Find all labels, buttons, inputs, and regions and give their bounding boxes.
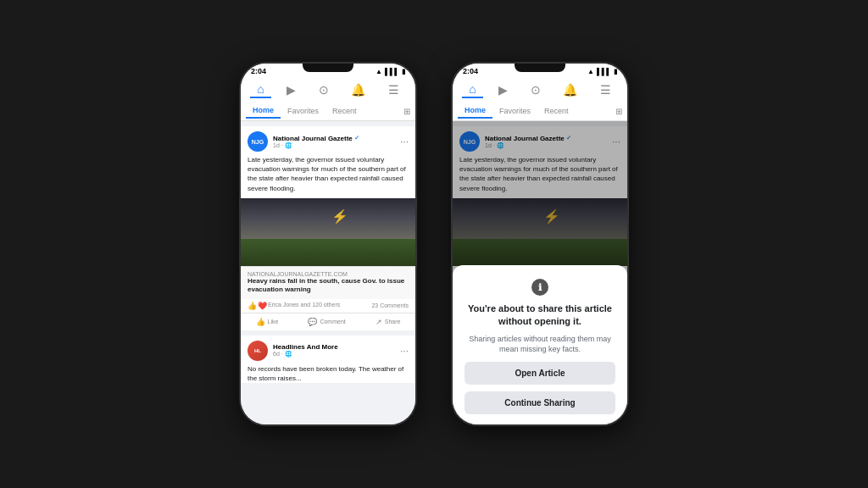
nav-bar-left: ⌂ ▶ ⊙ 🔔 ☰ Home Favorites Recent ⊞ bbox=[241, 77, 415, 121]
link-preview-left: NATIONALJOURNALGAZETTE.COM Heavy rains f… bbox=[241, 266, 415, 299]
nav-bell-left[interactable]: 🔔 bbox=[344, 81, 372, 98]
continue-sharing-button[interactable]: Continue Sharing bbox=[465, 391, 615, 414]
nav-menu-left[interactable]: ☰ bbox=[381, 81, 406, 98]
nav-video-right[interactable]: ▶ bbox=[492, 81, 515, 98]
share-warning-modal: ℹ You're about to share this article wit… bbox=[453, 265, 627, 424]
phone-left: 2:04 ▲ ▌▌▌ ▮ ⌂ ▶ ⊙ 🔔 ☰ Home Favorites Re… bbox=[239, 62, 417, 426]
post-meta-1-left: National Journal Gazette ✓ 1d · 🌐 bbox=[273, 135, 395, 149]
post-card-1-left: NJG National Journal Gazette ✓ 1d · 🌐 ··… bbox=[241, 126, 415, 330]
tab-recent-left[interactable]: Recent bbox=[326, 104, 364, 118]
status-icons-left: ▲ ▌▌▌ ▮ bbox=[376, 68, 405, 75]
battery-icon-right: ▮ bbox=[614, 68, 617, 75]
tab-home-left[interactable]: Home bbox=[246, 103, 281, 119]
open-article-button[interactable]: Open Article bbox=[465, 362, 615, 385]
share-action-left[interactable]: ↗ Share bbox=[370, 316, 406, 328]
post-card-2-left: HL Headlines And More 6d · 🌐 ··· No reco… bbox=[241, 336, 415, 383]
tab-recent-right[interactable]: Recent bbox=[537, 104, 576, 118]
comment-icon-left: 💬 bbox=[308, 318, 317, 326]
post-avatar-1-left: NJG bbox=[248, 131, 268, 152]
phone-screen-left: 2:04 ▲ ▌▌▌ ▮ ⌂ ▶ ⊙ 🔔 ☰ Home Favorites Re… bbox=[241, 64, 415, 424]
post-time-1-left: 1d · 🌐 bbox=[273, 142, 395, 149]
tab-favorites-right[interactable]: Favorites bbox=[492, 104, 537, 118]
wifi-icon-left: ▲ bbox=[376, 68, 382, 75]
wifi-icon-right: ▲ bbox=[587, 68, 594, 75]
signal-icon-left: ▌▌▌ bbox=[385, 68, 399, 75]
post-reactions-left: 👍 ❤️ Erica Jones and 120 others 23 Comme… bbox=[241, 299, 415, 313]
phone-screen-right: 2:04 ▲ ▌▌▌ ▮ ⌂ ▶ ⊙ 🔔 ☰ Home Favorites Re… bbox=[453, 64, 627, 424]
storm-field-left bbox=[241, 239, 415, 266]
post2-more-left[interactable]: ··· bbox=[400, 346, 409, 356]
battery-icon-left: ▮ bbox=[402, 68, 405, 75]
nav-groups-right[interactable]: ⊙ bbox=[524, 81, 548, 98]
feed-right: NJG National Journal Gazette ✓ 1d · 🌐 ··… bbox=[453, 121, 627, 424]
fb-tabs-left: Home Favorites Recent ⊞ bbox=[246, 102, 410, 120]
like-emoji-left: 👍 bbox=[248, 302, 257, 310]
tab-home-right[interactable]: Home bbox=[458, 103, 492, 119]
status-time-left: 2:04 bbox=[251, 67, 266, 75]
phone-right: 2:04 ▲ ▌▌▌ ▮ ⌂ ▶ ⊙ 🔔 ☰ Home Favorites Re… bbox=[451, 62, 629, 426]
modal-overlay: ℹ You're about to share this article wit… bbox=[453, 121, 627, 424]
post-image-1-left: ⚡ bbox=[241, 198, 415, 266]
post-more-1-left[interactable]: ··· bbox=[400, 136, 409, 147]
post2-avatar-left: HL bbox=[248, 341, 268, 361]
post2-meta-left: Headlines And More 6d · 🌐 bbox=[273, 343, 395, 358]
link-title-left: Heavy rains fall in the south, cause Gov… bbox=[248, 277, 409, 295]
reaction-icons-left: 👍 ❤️ Erica Jones and 120 others bbox=[248, 302, 340, 310]
status-icons-right: ▲ ▌▌▌ ▮ bbox=[587, 68, 617, 75]
nav-icons-right: ⌂ ▶ ⊙ 🔔 ☰ bbox=[458, 77, 622, 102]
nav-groups-left[interactable]: ⊙ bbox=[312, 81, 336, 98]
post2-author-left: Headlines And More bbox=[273, 343, 395, 351]
phone-notch-left bbox=[303, 64, 353, 72]
nav-home-left[interactable]: ⌂ bbox=[250, 80, 270, 98]
feed-left: NJG National Journal Gazette ✓ 1d · 🌐 ··… bbox=[241, 121, 415, 424]
status-time-right: 2:04 bbox=[463, 67, 478, 75]
share-icon-left: ↗ bbox=[376, 318, 382, 326]
nav-video-left[interactable]: ▶ bbox=[280, 81, 303, 98]
filter-icon-right[interactable]: ⊞ bbox=[615, 107, 622, 116]
fb-tabs-right: Home Favorites Recent ⊞ bbox=[458, 102, 622, 120]
post2-text-left: No records have been broken today. The w… bbox=[241, 364, 415, 383]
phone-notch-right bbox=[515, 64, 565, 72]
post2-time-left: 6d · 🌐 bbox=[273, 351, 395, 358]
comment-action-left[interactable]: 💬 Comment bbox=[303, 316, 350, 328]
like-icon-left: 👍 bbox=[256, 318, 265, 326]
modal-title: You're about to share this article witho… bbox=[465, 302, 615, 327]
modal-info-icon: ℹ bbox=[531, 279, 548, 296]
filter-icon-left[interactable]: ⊞ bbox=[403, 107, 410, 116]
signal-icon-right: ▌▌▌ bbox=[597, 68, 611, 75]
tab-favorites-left[interactable]: Favorites bbox=[281, 104, 326, 118]
modal-subtitle: Sharing articles without reading them ma… bbox=[465, 334, 615, 355]
nav-menu-right[interactable]: ☰ bbox=[593, 81, 618, 98]
nav-bell-right[interactable]: 🔔 bbox=[556, 81, 584, 98]
post-author-1-left: National Journal Gazette ✓ bbox=[273, 135, 395, 142]
link-domain-left: NATIONALJOURNALGAZETTE.COM bbox=[248, 271, 409, 277]
verified-icon-1-left: ✓ bbox=[354, 135, 359, 141]
post-text-1-left: Late yesterday, the governor issued volu… bbox=[241, 155, 415, 198]
post-actions-left: 👍 Like 💬 Comment ↗ Share bbox=[241, 313, 415, 330]
love-emoji-left: ❤️ bbox=[258, 302, 267, 310]
nav-bar-right: ⌂ ▶ ⊙ 🔔 ☰ Home Favorites Recent ⊞ bbox=[453, 77, 627, 121]
nav-home-right[interactable]: ⌂ bbox=[462, 80, 482, 98]
post-header-1-left: NJG National Journal Gazette ✓ 1d · 🌐 ··… bbox=[241, 126, 415, 155]
nav-icons-left: ⌂ ▶ ⊙ 🔔 ☰ bbox=[246, 77, 410, 102]
storm-bolt-left: ⚡ bbox=[331, 208, 348, 225]
like-action-left[interactable]: 👍 Like bbox=[251, 316, 284, 328]
post2-header-left: HL Headlines And More 6d · 🌐 ··· bbox=[241, 336, 415, 364]
storm-sky-left bbox=[241, 198, 415, 239]
comments-count-left: 23 Comments bbox=[371, 302, 409, 308]
